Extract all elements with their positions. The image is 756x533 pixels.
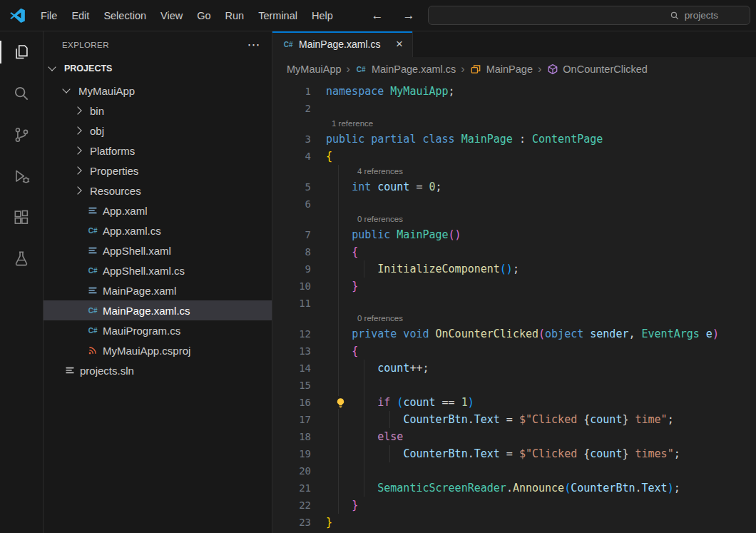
- menu-selection[interactable]: Selection: [96, 6, 153, 25]
- code-text[interactable]: }: [326, 278, 358, 295]
- code-line-21: 21 SemanticScreenReader.Announce(Counter…: [272, 479, 756, 497]
- activity-run-debug-button[interactable]: [0, 156, 43, 197]
- tree-item-app-xaml-cs[interactable]: C#App.xaml.cs: [44, 220, 272, 240]
- codelens-references[interactable]: 1 reference: [272, 117, 756, 131]
- sidebar-explorer: EXPLORER ⋯ PROJECTS MyMauiAppbinobjPlatf…: [44, 31, 272, 533]
- code-text[interactable]: private void OnCounterClicked(object sen…: [326, 325, 719, 342]
- code-text[interactable]: else: [326, 428, 403, 445]
- back-button[interactable]: ←: [369, 9, 385, 23]
- tree-item-obj[interactable]: obj: [44, 121, 272, 141]
- code-line-2: 2: [272, 100, 756, 117]
- code-line-4: 4{: [272, 148, 756, 165]
- chevron-right-icon: [73, 126, 81, 134]
- code-text[interactable]: int count = 0;: [326, 178, 442, 196]
- lightbulb-icon[interactable]: [334, 396, 347, 409]
- menu-file[interactable]: File: [34, 6, 64, 25]
- code-text[interactable]: }: [326, 514, 332, 531]
- line-number: 10: [272, 278, 326, 295]
- explorer-more-actions-button[interactable]: ⋯: [247, 37, 260, 53]
- close-tab-button[interactable]: ×: [392, 37, 407, 51]
- tree-item-resources[interactable]: Resources: [44, 181, 272, 200]
- menu-run[interactable]: Run: [218, 6, 252, 25]
- code-text[interactable]: CounterBtn.Text = $"Clicked {count} time…: [326, 411, 674, 428]
- code-text[interactable]: CounterBtn.Text = $"Clicked {count} time…: [326, 445, 680, 462]
- xaml-file-icon: [86, 205, 98, 217]
- tree-item-properties[interactable]: Properties: [44, 161, 272, 181]
- line-number: 9: [272, 260, 326, 278]
- code-text[interactable]: }: [326, 497, 358, 514]
- section-label: PROJECTS: [64, 64, 112, 73]
- xaml-file-icon: [86, 285, 98, 297]
- breadcrumb: MyMauiApp›C#MainPage.xaml.cs›MainPage›On…: [272, 57, 756, 81]
- tree-item-mymauiapp[interactable]: MyMauiApp: [44, 81, 272, 101]
- code-text[interactable]: {: [326, 342, 358, 360]
- activity-search-button[interactable]: [0, 73, 43, 114]
- activity-explorer-button[interactable]: [0, 31, 43, 73]
- tree-item-label: Resources: [90, 185, 141, 197]
- codelens-references[interactable]: 0 references: [272, 312, 756, 325]
- sidebar-title: EXPLORER: [62, 41, 109, 49]
- code-text[interactable]: InitializeComponent();: [326, 260, 519, 278]
- breadcrumb-separator: ›: [347, 63, 350, 76]
- tree-item-mauiprogram-cs[interactable]: C#MauiProgram.cs: [44, 320, 272, 340]
- line-number: 16: [272, 394, 326, 411]
- breadcrumb-label: MyMauiApp: [287, 64, 342, 75]
- nav-arrows: ← →: [362, 9, 417, 23]
- csharp-file-icon: C#: [86, 325, 98, 337]
- menu-go[interactable]: Go: [190, 6, 218, 25]
- code-line-16: 16 if (count == 1): [272, 394, 756, 411]
- breadcrumb-label: OnCounterClicked: [563, 64, 647, 75]
- code-line-18: 18 else: [272, 428, 756, 445]
- menu-view[interactable]: View: [153, 6, 190, 25]
- code-text[interactable]: if (count == 1): [326, 394, 474, 411]
- tree-item-projects-sln[interactable]: projects.sln: [44, 360, 272, 380]
- xaml-file-icon: [86, 245, 98, 257]
- tree-item-label: MyMauiApp.csproj: [103, 345, 190, 357]
- tree-item-app-xaml[interactable]: App.xaml: [44, 200, 272, 220]
- breadcrumb-item-mainpage-xaml-cs[interactable]: C#MainPage.xaml.cs: [355, 64, 456, 76]
- code-text[interactable]: SemanticScreenReader.Announce(CounterBtn…: [326, 479, 680, 497]
- line-number: 6: [272, 196, 326, 213]
- workbench: EXPLORER ⋯ PROJECTS MyMauiAppbinobjPlatf…: [0, 31, 756, 533]
- tab-bar: C# MainPage.xaml.cs ×: [272, 31, 756, 57]
- code-text[interactable]: {: [326, 148, 332, 165]
- testing-icon: [12, 250, 31, 268]
- code-text[interactable]: count++;: [326, 360, 429, 377]
- code-line-17: 17 CounterBtn.Text = $"Clicked {count} t…: [272, 411, 756, 428]
- tree-item-appshell-xaml[interactable]: AppShell.xaml: [44, 240, 272, 260]
- forward-button[interactable]: →: [401, 9, 417, 23]
- tree-item-platforms[interactable]: Platforms: [44, 141, 272, 161]
- code-text[interactable]: public MainPage(): [326, 226, 461, 243]
- code-line-19: 19 CounterBtn.Text = $"Clicked {count} t…: [272, 445, 756, 462]
- breadcrumb-separator: ›: [461, 63, 464, 76]
- tree-item-label: bin: [90, 105, 104, 117]
- code-line-1: 1namespace MyMauiApp;: [272, 83, 756, 100]
- tree-item-bin[interactable]: bin: [44, 101, 272, 121]
- menu-help[interactable]: Help: [305, 6, 340, 25]
- menu-terminal[interactable]: Terminal: [251, 6, 305, 25]
- tree-item-mainpage-xaml-cs[interactable]: C#MainPage.xaml.cs: [44, 300, 272, 320]
- tree-item-mainpage-xaml[interactable]: MainPage.xaml: [44, 280, 272, 300]
- activity-source-control-button[interactable]: [0, 114, 43, 156]
- code-line-5: 4 references5 int count = 0;: [272, 165, 756, 196]
- search-label: projects: [685, 10, 718, 21]
- activity-testing-button[interactable]: [0, 238, 43, 280]
- codelens-references[interactable]: 0 references: [272, 213, 756, 226]
- breadcrumb-item-oncounterclicked[interactable]: OnCounterClicked: [546, 64, 647, 76]
- tree-item-mymauiapp-csproj[interactable]: MyMauiApp.csproj: [44, 340, 272, 360]
- code-text[interactable]: public partial class MainPage : ContentP…: [326, 131, 603, 148]
- breadcrumb-item-mymauiapp[interactable]: MyMauiApp: [287, 64, 342, 75]
- codelens-references[interactable]: 4 references: [272, 165, 756, 178]
- activity-extensions-button[interactable]: [0, 197, 43, 238]
- breadcrumb-item-mainpage[interactable]: MainPage: [470, 64, 533, 76]
- code-text[interactable]: namespace MyMauiApp;: [326, 83, 455, 100]
- sidebar-header: EXPLORER ⋯: [44, 31, 272, 59]
- menu-edit[interactable]: Edit: [64, 6, 96, 25]
- section-projects[interactable]: PROJECTS: [44, 59, 272, 78]
- chevron-right-icon: [73, 146, 81, 154]
- command-center-search[interactable]: projects: [428, 6, 750, 25]
- tree-item-appshell-xaml-cs[interactable]: C#AppShell.xaml.cs: [44, 260, 272, 280]
- svg-text:C#: C#: [283, 41, 292, 49]
- tab-mainpage-xaml-cs[interactable]: C# MainPage.xaml.cs ×: [272, 31, 413, 57]
- code-text[interactable]: {: [326, 243, 358, 260]
